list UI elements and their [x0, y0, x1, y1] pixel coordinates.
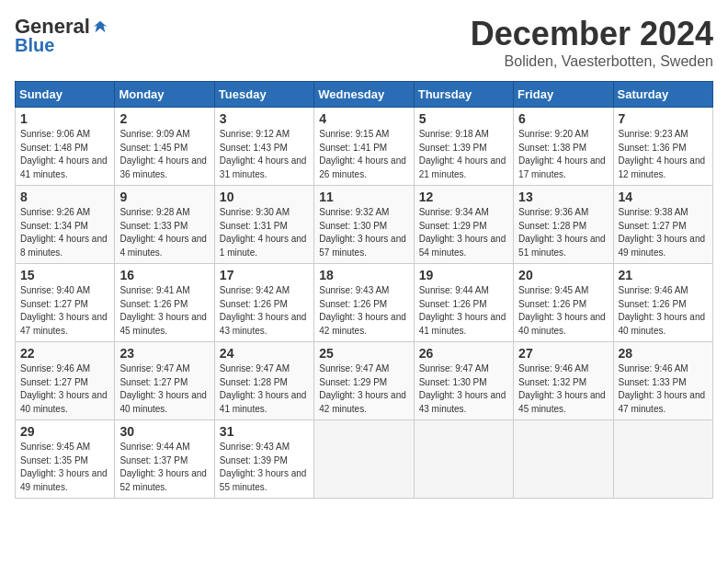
day-info: Sunrise: 9:34 AMSunset: 1:29 PMDaylight:… [419, 206, 508, 259]
day-header-sunday: Sunday [16, 82, 115, 108]
day-number: 5 [419, 111, 508, 126]
logo: General Blue [15, 15, 108, 56]
day-header-tuesday: Tuesday [214, 82, 313, 108]
calendar-cell: 12Sunrise: 9:34 AMSunset: 1:29 PMDayligh… [414, 186, 513, 264]
logo-bird-icon [92, 18, 108, 35]
day-number: 10 [220, 190, 309, 204]
location-title: Boliden, Vaesterbotten, Sweden [471, 53, 713, 70]
calendar-cell: 27Sunrise: 9:46 AMSunset: 1:32 PMDayligh… [514, 342, 613, 420]
day-number: 9 [119, 190, 209, 204]
calendar-table: SundayMondayTuesdayWednesdayThursdayFrid… [15, 81, 713, 499]
day-info: Sunrise: 9:43 AMSunset: 1:39 PMDaylight:… [220, 441, 309, 494]
day-info: Sunrise: 9:06 AMSunset: 1:48 PMDaylight:… [20, 128, 109, 181]
svg-marker-0 [94, 21, 107, 33]
calendar-cell: 2Sunrise: 9:09 AMSunset: 1:45 PMDaylight… [115, 108, 214, 186]
title-block: December 2024 Boliden, Vaesterbotten, Sw… [471, 15, 713, 70]
day-number: 1 [20, 111, 109, 126]
day-info: Sunrise: 9:20 AMSunset: 1:38 PMDaylight:… [518, 128, 608, 181]
day-number: 22 [20, 346, 109, 361]
day-number: 2 [119, 111, 209, 126]
calendar-cell [613, 420, 712, 499]
day-header-saturday: Saturday [613, 82, 712, 108]
day-number: 24 [220, 346, 309, 361]
day-number: 14 [619, 190, 708, 204]
calendar-header-row: SundayMondayTuesdayWednesdayThursdayFrid… [16, 82, 713, 108]
day-info: Sunrise: 9:15 AMSunset: 1:41 PMDaylight:… [319, 128, 408, 181]
day-info: Sunrise: 9:41 AMSunset: 1:26 PMDaylight:… [119, 284, 209, 338]
day-header-friday: Friday [514, 82, 613, 108]
day-info: Sunrise: 9:47 AMSunset: 1:30 PMDaylight:… [419, 362, 508, 416]
day-info: Sunrise: 9:47 AMSunset: 1:28 PMDaylight:… [220, 362, 309, 416]
day-info: Sunrise: 9:12 AMSunset: 1:43 PMDaylight:… [220, 128, 309, 181]
day-info: Sunrise: 9:44 AMSunset: 1:26 PMDaylight:… [419, 284, 508, 338]
calendar-cell: 17Sunrise: 9:42 AMSunset: 1:26 PMDayligh… [214, 264, 313, 342]
calendar-week-row: 1Sunrise: 9:06 AMSunset: 1:48 PMDaylight… [16, 108, 713, 186]
day-info: Sunrise: 9:45 AMSunset: 1:35 PMDaylight:… [20, 441, 109, 494]
day-number: 21 [619, 268, 708, 282]
calendar-cell: 15Sunrise: 9:40 AMSunset: 1:27 PMDayligh… [16, 264, 115, 342]
logo-blue-text: Blue [15, 35, 54, 56]
day-number: 25 [319, 346, 408, 361]
calendar-cell: 31Sunrise: 9:43 AMSunset: 1:39 PMDayligh… [214, 420, 313, 499]
calendar-cell: 9Sunrise: 9:28 AMSunset: 1:33 PMDaylight… [115, 186, 214, 264]
day-number: 31 [220, 424, 309, 439]
day-info: Sunrise: 9:09 AMSunset: 1:45 PMDaylight:… [119, 128, 209, 181]
calendar-cell: 16Sunrise: 9:41 AMSunset: 1:26 PMDayligh… [115, 264, 214, 342]
day-info: Sunrise: 9:30 AMSunset: 1:31 PMDaylight:… [220, 206, 309, 259]
calendar-body: 1Sunrise: 9:06 AMSunset: 1:48 PMDaylight… [16, 108, 713, 499]
calendar-cell: 18Sunrise: 9:43 AMSunset: 1:26 PMDayligh… [314, 264, 414, 342]
calendar-cell: 1Sunrise: 9:06 AMSunset: 1:48 PMDaylight… [16, 108, 115, 186]
day-info: Sunrise: 9:47 AMSunset: 1:29 PMDaylight:… [319, 362, 408, 416]
day-info: Sunrise: 9:42 AMSunset: 1:26 PMDaylight:… [220, 284, 309, 338]
month-title: December 2024 [471, 15, 713, 53]
calendar-cell: 20Sunrise: 9:45 AMSunset: 1:26 PMDayligh… [514, 264, 613, 342]
calendar-cell: 3Sunrise: 9:12 AMSunset: 1:43 PMDaylight… [214, 108, 313, 186]
day-number: 12 [419, 190, 508, 204]
day-info: Sunrise: 9:40 AMSunset: 1:27 PMDaylight:… [20, 284, 109, 338]
calendar-cell: 22Sunrise: 9:46 AMSunset: 1:27 PMDayligh… [16, 342, 115, 420]
day-number: 19 [419, 268, 508, 282]
calendar-cell: 23Sunrise: 9:47 AMSunset: 1:27 PMDayligh… [115, 342, 214, 420]
day-number: 29 [20, 424, 109, 439]
day-header-thursday: Thursday [414, 82, 513, 108]
day-number: 30 [119, 424, 209, 439]
day-number: 7 [619, 111, 708, 126]
calendar-cell: 25Sunrise: 9:47 AMSunset: 1:29 PMDayligh… [314, 342, 414, 420]
calendar-cell: 19Sunrise: 9:44 AMSunset: 1:26 PMDayligh… [414, 264, 513, 342]
day-info: Sunrise: 9:23 AMSunset: 1:36 PMDaylight:… [619, 128, 708, 181]
day-number: 4 [319, 111, 408, 126]
calendar-cell: 4Sunrise: 9:15 AMSunset: 1:41 PMDaylight… [314, 108, 414, 186]
calendar-cell: 13Sunrise: 9:36 AMSunset: 1:28 PMDayligh… [514, 186, 613, 264]
day-info: Sunrise: 9:46 AMSunset: 1:26 PMDaylight:… [619, 284, 708, 338]
day-info: Sunrise: 9:43 AMSunset: 1:26 PMDaylight:… [319, 284, 408, 338]
day-info: Sunrise: 9:44 AMSunset: 1:37 PMDaylight:… [119, 441, 209, 494]
day-info: Sunrise: 9:46 AMSunset: 1:33 PMDaylight:… [619, 362, 708, 416]
calendar-week-row: 29Sunrise: 9:45 AMSunset: 1:35 PMDayligh… [16, 420, 713, 499]
day-info: Sunrise: 9:46 AMSunset: 1:27 PMDaylight:… [20, 362, 109, 416]
day-number: 6 [518, 111, 608, 126]
calendar-cell: 10Sunrise: 9:30 AMSunset: 1:31 PMDayligh… [214, 186, 313, 264]
calendar-week-row: 8Sunrise: 9:26 AMSunset: 1:34 PMDaylight… [16, 186, 713, 264]
calendar-cell [514, 420, 613, 499]
page-header: General Blue December 2024 Boliden, Vaes… [15, 15, 713, 70]
day-number: 3 [220, 111, 309, 126]
calendar-cell: 30Sunrise: 9:44 AMSunset: 1:37 PMDayligh… [115, 420, 214, 499]
day-number: 13 [518, 190, 608, 204]
calendar-cell [314, 420, 414, 499]
day-number: 20 [518, 268, 608, 282]
calendar-cell: 6Sunrise: 9:20 AMSunset: 1:38 PMDaylight… [514, 108, 613, 186]
day-number: 16 [119, 268, 209, 282]
day-info: Sunrise: 9:18 AMSunset: 1:39 PMDaylight:… [419, 128, 508, 181]
calendar-cell: 7Sunrise: 9:23 AMSunset: 1:36 PMDaylight… [613, 108, 712, 186]
calendar-cell: 21Sunrise: 9:46 AMSunset: 1:26 PMDayligh… [613, 264, 712, 342]
day-number: 11 [319, 190, 408, 204]
day-number: 8 [20, 190, 109, 204]
day-number: 23 [119, 346, 209, 361]
day-info: Sunrise: 9:26 AMSunset: 1:34 PMDaylight:… [20, 206, 109, 259]
calendar-cell: 24Sunrise: 9:47 AMSunset: 1:28 PMDayligh… [214, 342, 313, 420]
calendar-cell [414, 420, 513, 499]
calendar-week-row: 22Sunrise: 9:46 AMSunset: 1:27 PMDayligh… [16, 342, 713, 420]
day-number: 18 [319, 268, 408, 282]
day-number: 26 [419, 346, 508, 361]
day-number: 27 [518, 346, 608, 361]
